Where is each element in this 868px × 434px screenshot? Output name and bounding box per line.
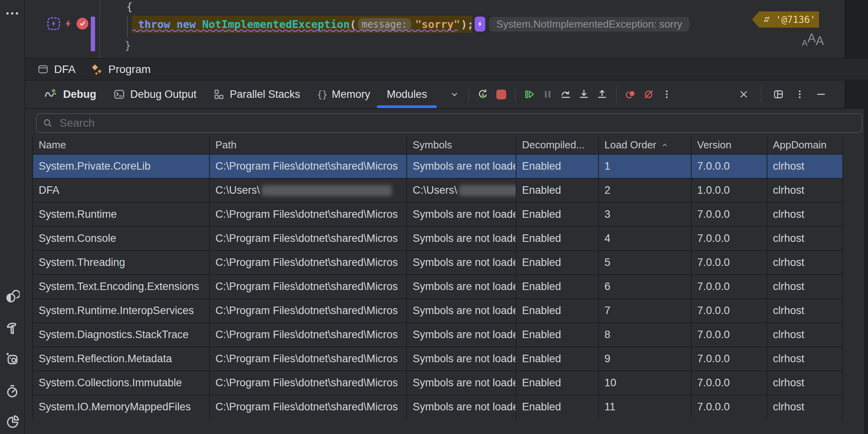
tab-memory[interactable]: {} Memory xyxy=(309,80,379,108)
sidebar-item-coverage[interactable] xyxy=(4,413,20,429)
table-cell-load_order: 8 xyxy=(599,323,692,346)
cell-text: clrhost xyxy=(773,353,804,365)
table-row[interactable]: DFAC:\Users\C:\Users\Enabled21.0.0.0clrh… xyxy=(33,178,843,202)
toolbar-more-button[interactable] xyxy=(658,85,676,103)
column-header[interactable]: Symbols xyxy=(407,136,516,154)
tab-modules[interactable]: Modules xyxy=(378,80,435,108)
mute-breakpoints-button[interactable] xyxy=(640,85,658,103)
font-letter: A xyxy=(802,38,808,48)
cell-text: C:\Users\ xyxy=(215,184,260,196)
doc-tab-program[interactable]: Program xyxy=(91,63,150,76)
active-tab-underline xyxy=(377,105,437,108)
cell-text: System.Runtime xyxy=(39,208,117,221)
search-field[interactable] xyxy=(36,113,862,133)
doc-tab-label: Program xyxy=(108,63,150,76)
step-out-button[interactable] xyxy=(593,85,611,103)
table-cell-name: System.Runtime.InteropServices xyxy=(33,299,210,322)
sidebar-item-build[interactable] xyxy=(4,320,20,336)
exception-breakpoint-icon[interactable] xyxy=(47,17,60,30)
stop-button[interactable] xyxy=(492,85,510,103)
more-menu-button[interactable] xyxy=(4,6,20,21)
table-cell-path: C:\Program Files\dotnet\shared\Micros xyxy=(210,371,407,395)
exception-thrown-icon[interactable] xyxy=(64,18,73,30)
column-header[interactable]: AppDomain xyxy=(767,136,843,154)
resume-button[interactable] xyxy=(520,85,539,103)
table-cell-path: C:\Users\ xyxy=(210,179,407,202)
debug-session-icon xyxy=(43,88,58,101)
step-into-icon xyxy=(578,88,590,100)
exception-code-line[interactable]: throw new NotImplementedException(messag… xyxy=(132,16,472,33)
cell-text: clrhost xyxy=(773,184,804,196)
table-row[interactable]: System.ThreadingC:\Program Files\dotnet\… xyxy=(33,250,843,274)
editor-gutter xyxy=(47,17,88,30)
view-breakpoints-button[interactable] xyxy=(621,85,640,103)
column-header[interactable]: Path xyxy=(210,136,407,154)
table-cell-decompiled: Enabled xyxy=(516,347,599,370)
tab-debug-output[interactable]: Debug Output xyxy=(105,80,205,108)
cell-text: C:\Program Files\dotnet\shared\Micros xyxy=(215,281,398,293)
cell-text: Symbols are not loade xyxy=(413,305,516,317)
toolbar-separator xyxy=(616,87,617,102)
table-cell-name: System.Diagnostics.StackTrace xyxy=(33,323,210,346)
table-cell-version: 7.0.0.0 xyxy=(692,155,767,178)
tool-window-icon xyxy=(37,64,49,75)
cell-text: C:\Program Files\dotnet\shared\Micros xyxy=(215,232,398,245)
table-cell-version: 7.0.0.0 xyxy=(692,323,767,346)
column-header-label: AppDomain xyxy=(773,139,827,151)
column-header[interactable]: Version xyxy=(692,136,767,154)
inline-exception-message: System.NotImplementedException: sorry xyxy=(489,17,689,32)
layout-settings-button[interactable] xyxy=(769,85,788,103)
step-into-button[interactable] xyxy=(575,85,593,103)
table-row[interactable]: System.Text.Encoding.ExtensionsC:\Progra… xyxy=(33,274,843,298)
cell-text: 7.0.0.0 xyxy=(697,377,730,389)
table-row[interactable]: System.IO.MemoryMappedFilesC:\Program Fi… xyxy=(33,395,843,419)
sidebar-item-timeline[interactable] xyxy=(4,383,20,399)
search-input[interactable] xyxy=(59,116,856,130)
redacted-text xyxy=(459,185,516,196)
table-cell-load_order: 3 xyxy=(599,203,692,226)
close-button[interactable] xyxy=(735,85,753,103)
table-cell-symbols: C:\Users\ xyxy=(407,179,516,202)
cell-text: System.Reflection.Metadata xyxy=(39,353,172,365)
table-cell-decompiled: Enabled xyxy=(516,155,599,178)
thread-tag-badge[interactable]: '@7136' xyxy=(752,11,819,28)
column-header[interactable]: Name xyxy=(33,136,210,154)
column-header[interactable]: Decompiled... xyxy=(516,136,599,154)
pause-button[interactable] xyxy=(539,85,557,103)
cell-text: Enabled xyxy=(522,305,561,317)
column-header-label: Path xyxy=(215,139,237,151)
exception-badge-icon[interactable] xyxy=(475,17,485,32)
doc-tab-dfa[interactable]: DFA xyxy=(37,63,75,76)
tab-parallel-stacks[interactable]: Parallel Stacks xyxy=(205,80,309,108)
tabs-dropdown-button[interactable] xyxy=(445,85,464,103)
table-row[interactable]: System.Diagnostics.StackTraceC:\Program … xyxy=(33,322,843,346)
sort-ascending-icon xyxy=(660,141,669,150)
table-row[interactable]: System.Runtime.InteropServicesC:\Program… xyxy=(33,298,843,322)
sidebar-item-snapshot[interactable] xyxy=(4,351,20,367)
parallel-stacks-icon xyxy=(213,88,225,100)
breakpoint-verified-icon[interactable] xyxy=(77,18,88,30)
table-cell-name: System.Threading xyxy=(33,251,210,274)
rerun-button[interactable] xyxy=(474,85,492,103)
table-row[interactable]: System.ConsoleC:\Program Files\dotnet\sh… xyxy=(33,226,843,250)
cell-text: 7.0.0.0 xyxy=(697,160,730,172)
cell-text: C:\Program Files\dotnet\shared\Micros xyxy=(215,256,398,269)
toolbar-separator xyxy=(468,87,469,102)
table-row[interactable]: System.Collections.ImmutableC:\Program F… xyxy=(33,370,843,395)
window-options-button[interactable] xyxy=(791,85,809,103)
table-cell-path: C:\Program Files\dotnet\shared\Micros xyxy=(210,323,407,346)
sidebar-item-profiler[interactable] xyxy=(4,289,20,305)
step-over-button[interactable] xyxy=(557,85,575,103)
code-close-paren: ); xyxy=(461,18,474,30)
more-horizontal-icon xyxy=(6,12,18,15)
table-cell-decompiled: Enabled xyxy=(516,323,599,346)
table-row[interactable]: System.Reflection.MetadataC:\Program Fil… xyxy=(33,346,843,370)
column-header-label: Version xyxy=(697,139,731,151)
table-row[interactable]: System.RuntimeC:\Program Files\dotnet\sh… xyxy=(33,202,843,226)
table-row[interactable]: System.Private.CoreLibC:\Program Files\d… xyxy=(33,154,843,178)
cell-text: Symbols are not loade xyxy=(413,160,516,172)
activity-sidebar xyxy=(0,0,24,434)
error-squiggle xyxy=(133,29,459,33)
column-header[interactable]: Load Order xyxy=(599,136,692,154)
minimize-button[interactable] xyxy=(812,85,830,103)
